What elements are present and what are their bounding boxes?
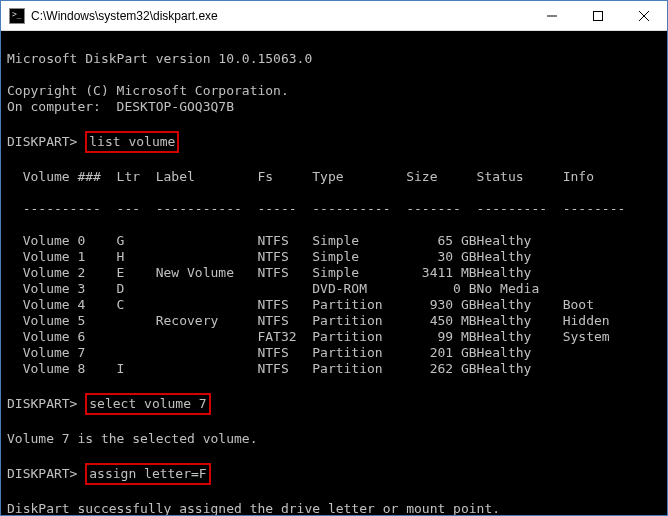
- close-button[interactable]: [621, 1, 667, 30]
- assign-message: DiskPart successfully assigned the drive…: [7, 501, 500, 515]
- prompt-1: DISKPART>: [7, 134, 77, 149]
- close-icon: [639, 11, 649, 21]
- svg-rect-1: [594, 11, 603, 20]
- table-header-row: Volume ### Ltr Label Fs Type Size Status…: [7, 169, 661, 185]
- prompt-3: DISKPART>: [7, 466, 77, 481]
- table-body: Volume 0 G NTFS Simple 65 GBHealthy Volu…: [7, 233, 661, 377]
- window-controls: [529, 1, 667, 30]
- table-divider-row: ---------- --- ----------- ----- -------…: [7, 201, 661, 217]
- maximize-icon: [593, 11, 603, 21]
- diskpart-window: C:\Windows\system32\diskpart.exe Microso…: [0, 0, 668, 516]
- command-1-highlighted: list volume: [85, 131, 179, 153]
- computer-line: On computer: DESKTOP-GOQ3Q7B: [7, 99, 234, 114]
- window-title: C:\Windows\system32\diskpart.exe: [31, 9, 529, 23]
- maximize-button[interactable]: [575, 1, 621, 30]
- version-line: Microsoft DiskPart version 10.0.15063.0: [7, 51, 312, 66]
- titlebar[interactable]: C:\Windows\system32\diskpart.exe: [1, 1, 667, 31]
- command-3-highlighted: assign letter=F: [85, 463, 210, 485]
- copyright-line: Copyright (C) Microsoft Corporation.: [7, 83, 289, 98]
- command-2-highlighted: select volume 7: [85, 393, 210, 415]
- app-icon: [9, 8, 25, 24]
- prompt-2: DISKPART>: [7, 396, 77, 411]
- minimize-button[interactable]: [529, 1, 575, 30]
- terminal-output[interactable]: Microsoft DiskPart version 10.0.15063.0 …: [1, 31, 667, 515]
- minimize-icon: [547, 11, 557, 21]
- select-message: Volume 7 is the selected volume.: [7, 431, 257, 446]
